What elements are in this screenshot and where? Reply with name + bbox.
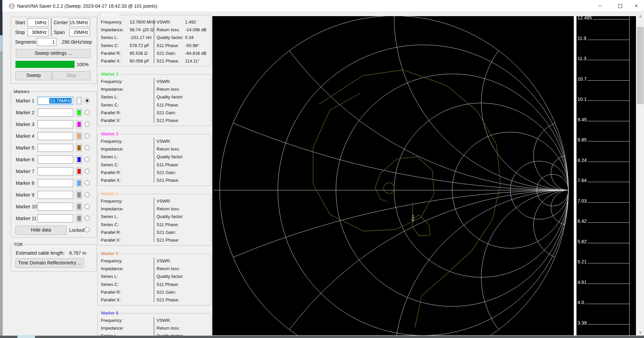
- sweep-button[interactable]: Sweep: [15, 71, 52, 80]
- marker-frequency-input[interactable]: [38, 203, 73, 211]
- marker-frequency-input[interactable]: [38, 167, 73, 175]
- field-label: Quality factor:: [157, 214, 183, 219]
- application-window: NanoVNA Saver 0.2.2 (Sweep: 2023-04-27 1…: [0, 0, 644, 338]
- field-label: VSWR:: [157, 139, 171, 144]
- start-input[interactable]: 1MHz: [28, 18, 48, 27]
- marker-select-radio[interactable]: [85, 192, 90, 197]
- stop-sweep-button[interactable]: Stop: [52, 71, 91, 80]
- background-window-edge: [0, 35, 2, 51]
- stop-input[interactable]: 30MHz: [28, 28, 48, 36]
- span-input[interactable]: 29MHz: [69, 28, 90, 36]
- marker-row-label: Marker 1: [16, 98, 34, 104]
- marker-color-button[interactable]: [76, 179, 82, 187]
- gridline: [588, 324, 629, 325]
- marker-section-title: Marker 3: [100, 131, 119, 136]
- vertical-scrollbar[interactable]: ∧ ∨: [636, 12, 644, 336]
- gridline: [588, 80, 629, 81]
- right-axis-tick-label: 9.45: [577, 117, 588, 122]
- smith-chart[interactable]: 1: [212, 16, 574, 335]
- marker-select-radio[interactable]: [85, 110, 90, 115]
- start-label: Start: [15, 20, 25, 26]
- field-label: S11 Phase:: [157, 43, 179, 48]
- marker-select-radio[interactable]: [85, 122, 90, 127]
- marker-color-button[interactable]: [76, 167, 82, 175]
- marker-color-swatch: [77, 157, 81, 162]
- right-axis-tick-label: 10.1: [577, 97, 588, 102]
- maximize-button[interactable]: [612, 0, 628, 12]
- locked-radio[interactable]: [85, 227, 90, 232]
- marker-color-button[interactable]: [76, 214, 82, 222]
- marker-select-radio[interactable]: [85, 133, 90, 138]
- marker-select-radio[interactable]: [85, 169, 90, 174]
- hide-data-button[interactable]: Hide data: [15, 226, 67, 235]
- marker-color-button[interactable]: [76, 203, 82, 211]
- marker-frequency-input[interactable]: [38, 191, 73, 199]
- close-button[interactable]: ×: [629, 0, 644, 12]
- marker-select-radio[interactable]: [85, 180, 90, 185]
- marker-color-button[interactable]: [76, 109, 82, 117]
- field-label: Series L:: [101, 154, 118, 160]
- marker-color-button[interactable]: [76, 120, 82, 128]
- span-label: Span: [54, 30, 65, 35]
- field-label: S21 Phase:: [157, 297, 179, 303]
- marker-frequency-input[interactable]: [38, 109, 73, 117]
- gridline: [587, 40, 629, 40]
- right-axis-tick-label: 6.42: [577, 219, 588, 224]
- marker-color-swatch: [77, 169, 81, 174]
- marker-select-radio[interactable]: [85, 157, 90, 162]
- field-label: S21 Phase:: [157, 118, 179, 123]
- sweep-settings-button[interactable]: Sweep settings ...: [16, 49, 91, 58]
- marker-select-radio[interactable]: [85, 216, 90, 221]
- right-axis-row: 4.0: [577, 300, 629, 305]
- marker-frequency-input[interactable]: [38, 179, 73, 187]
- marker-frequency-input[interactable]: [38, 156, 73, 164]
- marker-color-button[interactable]: [76, 156, 82, 164]
- smith-chart-background: [212, 16, 574, 335]
- field-label: Parallel X:: [101, 178, 121, 183]
- right-scale-chart[interactable]: 12.485 11.9 11.3 10.7 10.1 9.45: [576, 16, 636, 335]
- window-left-border: [2, 0, 3, 338]
- right-axis-row: 8.24: [577, 158, 629, 163]
- field-label: S21 Gain:: [157, 290, 176, 295]
- tdr-button[interactable]: Time Domain Reflectometry ...: [15, 258, 84, 268]
- right-axis-row: 11.3: [577, 56, 629, 61]
- tdr-box-title: TDR: [13, 242, 24, 247]
- marker-select-radio[interactable]: [85, 204, 90, 209]
- stop-label: Stop: [15, 30, 25, 35]
- marker-color-swatch: [77, 110, 81, 115]
- field-label: Return loss:: [157, 146, 180, 152]
- marker-frequency-input[interactable]: [38, 120, 73, 128]
- marker-color-button[interactable]: [76, 191, 82, 199]
- marker-frequency-input[interactable]: [38, 144, 73, 152]
- field-label: S21 Phase:: [157, 238, 179, 243]
- marker-frequency-input[interactable]: [38, 132, 73, 140]
- field-label: Series L:: [101, 94, 118, 100]
- marker-frequency-input[interactable]: 13.76MHz: [38, 97, 73, 105]
- gridline: [588, 182, 629, 182]
- field-label: S11 Phase:: [157, 102, 179, 108]
- minimize-button[interactable]: [592, 0, 608, 12]
- field-label: Series C:: [101, 162, 119, 168]
- marker-select-radio[interactable]: [85, 145, 90, 150]
- field-label: Series C:: [101, 282, 119, 287]
- right-axis-row: 10.1: [577, 97, 629, 102]
- marker-color-button[interactable]: [76, 132, 82, 140]
- segments-input[interactable]: 1: [37, 38, 56, 46]
- right-axis-row: 5.82: [577, 239, 629, 244]
- right-axis-row: 9.45: [577, 117, 629, 122]
- scroll-up-button[interactable]: ∧: [636, 13, 644, 19]
- center-input[interactable]: 15.5MHz: [69, 18, 90, 27]
- marker-frequency-input[interactable]: [38, 214, 73, 222]
- field-label: Return loss:: [157, 326, 180, 331]
- marker-section-divider: [154, 258, 154, 302]
- marker-row-label: Marker 11: [16, 216, 37, 221]
- right-axis-tick-label: 12.485: [577, 16, 593, 20]
- marker-color-button[interactable]: [76, 97, 82, 105]
- marker-color-button[interactable]: [76, 144, 82, 152]
- chevron-down-icon: ∨: [639, 330, 642, 335]
- scrollbar-thumb[interactable]: [637, 27, 644, 104]
- marker-select-radio[interactable]: [85, 98, 90, 103]
- marker-color-swatch: [77, 180, 81, 186]
- right-axis-row: 12.485: [577, 16, 629, 20]
- scroll-down-button[interactable]: ∨: [636, 329, 644, 336]
